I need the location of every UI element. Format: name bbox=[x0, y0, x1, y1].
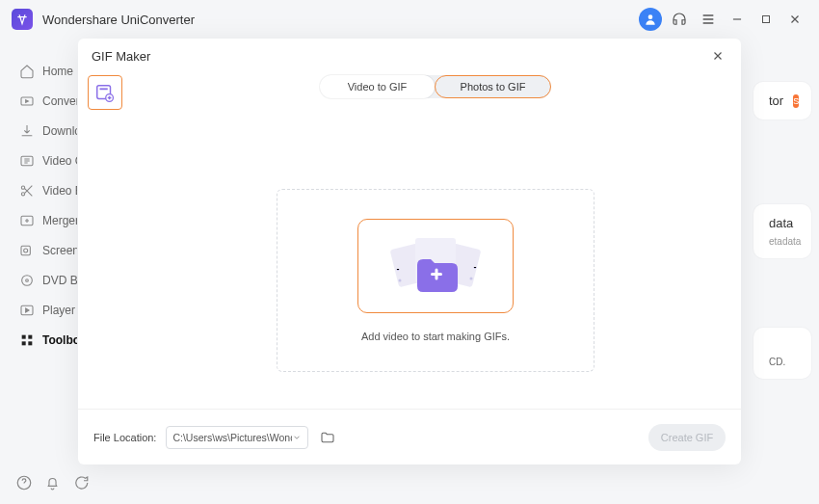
file-location-label: File Location: bbox=[93, 432, 156, 443]
chevron-down-icon bbox=[292, 433, 302, 442]
close-window-button[interactable] bbox=[782, 7, 807, 32]
bg-card-sub: etadata bbox=[769, 236, 796, 247]
sidebar-item-recorder[interactable]: Screen Recorder bbox=[0, 235, 77, 265]
modal-title: GIF Maker bbox=[92, 49, 150, 64]
svg-rect-15 bbox=[28, 341, 32, 345]
sidebar-item-converter[interactable]: Converter bbox=[0, 86, 77, 116]
sidebar-item-label: Video Compressor bbox=[42, 154, 77, 168]
modal-header: GIF Maker bbox=[78, 39, 741, 73]
svg-point-0 bbox=[648, 14, 653, 19]
help-button[interactable] bbox=[15, 473, 33, 492]
svg-point-9 bbox=[22, 275, 33, 285]
sidebar-item-label: Toolbox bbox=[42, 333, 77, 347]
sidebar-item-label: Video Editor bbox=[42, 184, 77, 198]
gif-maker-modal: GIF Maker Video to GIF Photos to GIF bbox=[78, 39, 741, 464]
sidebar-item-label: Screen Recorder bbox=[42, 244, 77, 257]
recorder-icon bbox=[19, 243, 35, 258]
tab-video-to-gif[interactable]: Video to GIF bbox=[320, 75, 435, 98]
tab-photos-to-gif[interactable]: Photos to GIF bbox=[435, 75, 551, 98]
svg-rect-18 bbox=[100, 88, 108, 90]
dvd-icon bbox=[19, 273, 35, 288]
sidebar-item-label: Player bbox=[42, 304, 75, 317]
maximize-button[interactable] bbox=[753, 7, 779, 32]
sidebar-item-label: Home bbox=[42, 65, 73, 78]
svg-point-23 bbox=[399, 279, 402, 282]
sidebar-item-dvd[interactable]: DVD Burner bbox=[0, 265, 77, 295]
sidebar-item-toolbox[interactable]: Toolbox bbox=[0, 325, 77, 355]
download-icon bbox=[19, 123, 35, 139]
create-gif-label: Create GIF bbox=[661, 432, 713, 443]
open-folder-button[interactable] bbox=[316, 426, 339, 449]
player-icon bbox=[19, 303, 35, 318]
titlebar: Wondershare UniConverter bbox=[0, 0, 819, 39]
add-file-thumb[interactable] bbox=[88, 75, 122, 110]
sidebar-item-home[interactable]: Home bbox=[0, 56, 77, 86]
add-file-icon bbox=[94, 82, 116, 103]
svg-rect-13 bbox=[28, 334, 32, 338]
merger-icon bbox=[19, 213, 35, 228]
mode-segmented-control: Video to GIF Photos to GIF bbox=[320, 75, 551, 98]
sidebar-item-compressor[interactable]: Video Compressor bbox=[0, 146, 77, 175]
svg-rect-7 bbox=[21, 246, 30, 254]
compressor-icon bbox=[19, 153, 35, 169]
sidebar-item-editor[interactable]: Video Editor bbox=[0, 175, 77, 205]
sidebar: Home Converter Downloader Video Compress… bbox=[0, 39, 77, 504]
sidebar-item-label: Merger bbox=[42, 214, 77, 227]
notification-button[interactable] bbox=[44, 473, 61, 492]
sidebar-item-player[interactable]: Player bbox=[0, 295, 77, 325]
converter-icon bbox=[19, 93, 35, 109]
support-button[interactable] bbox=[667, 7, 692, 32]
svg-rect-1 bbox=[763, 16, 770, 23]
svg-point-24 bbox=[470, 278, 473, 280]
sidebar-item-label: DVD Burner bbox=[42, 274, 77, 287]
user-button[interactable] bbox=[638, 7, 663, 32]
svg-point-10 bbox=[26, 279, 29, 281]
modal-close-button[interactable] bbox=[708, 46, 727, 66]
menu-button[interactable] bbox=[696, 7, 721, 32]
svg-point-4 bbox=[21, 186, 24, 189]
svg-rect-12 bbox=[22, 334, 26, 338]
bg-card-title: tor bbox=[769, 93, 783, 108]
folder-stack-icon bbox=[383, 232, 489, 300]
bg-card-title: data bbox=[769, 216, 793, 230]
app-logo bbox=[12, 9, 33, 30]
svg-point-5 bbox=[21, 192, 24, 195]
drop-text: Add video to start making GIFs. bbox=[361, 331, 510, 342]
file-location-path: C:\Users\ws\Pictures\Wonders bbox=[172, 432, 292, 443]
sidebar-item-label: Converter bbox=[42, 94, 77, 108]
bg-card: data etadata bbox=[753, 204, 811, 258]
folder-icon bbox=[320, 430, 335, 445]
bg-card-sub: CD. bbox=[769, 357, 796, 367]
bg-card: CD. bbox=[753, 328, 811, 379]
sidebar-item-label: Downloader bbox=[42, 124, 77, 138]
scissors-icon bbox=[19, 183, 35, 199]
sidebar-item-merger[interactable]: Merger bbox=[0, 205, 77, 235]
create-gif-button[interactable]: Create GIF bbox=[648, 424, 726, 451]
add-media-button[interactable] bbox=[357, 219, 514, 313]
toolbox-icon bbox=[19, 332, 35, 348]
modal-footer: File Location: C:\Users\ws\Pictures\Wond… bbox=[78, 409, 741, 464]
svg-point-8 bbox=[24, 249, 28, 252]
drop-zone[interactable]: Add video to start making GIFs. bbox=[277, 189, 594, 372]
tab-label: Video to GIF bbox=[348, 81, 408, 93]
bg-card: torS bbox=[753, 82, 811, 119]
app-title: Wondershare UniConverter bbox=[42, 13, 195, 27]
svg-rect-26 bbox=[436, 269, 438, 280]
home-icon bbox=[19, 64, 35, 79]
tab-label: Photos to GIF bbox=[461, 81, 526, 93]
user-icon bbox=[639, 8, 662, 31]
sale-badge: S bbox=[793, 94, 799, 108]
sidebar-item-downloader[interactable]: Downloader bbox=[0, 116, 77, 146]
file-location-select[interactable]: C:\Users\ws\Pictures\Wonders bbox=[166, 426, 308, 449]
svg-rect-14 bbox=[22, 341, 26, 345]
minimize-button[interactable] bbox=[725, 7, 750, 32]
